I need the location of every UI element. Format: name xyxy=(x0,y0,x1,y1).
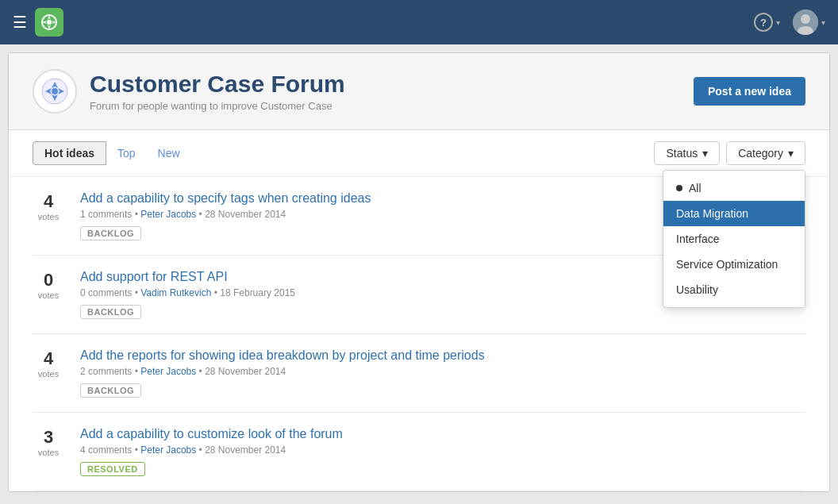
status-badge: BACKLOG xyxy=(80,383,141,398)
vote-label: votes xyxy=(33,290,64,300)
idea-row: 3 votes Add a capability to customize lo… xyxy=(33,413,805,491)
category-data-migration-label: Data Migration xyxy=(676,207,748,220)
status-badge: BACKLOG xyxy=(80,305,141,319)
vote-label: votes xyxy=(33,212,64,221)
category-interface-label: Interface xyxy=(676,233,719,245)
svg-point-3 xyxy=(801,14,810,24)
idea-author[interactable]: Peter Jacobs xyxy=(140,209,196,220)
forum-title-block: Customer Case Forum Forum for people wan… xyxy=(90,71,345,112)
comment-count: 0 comments xyxy=(80,287,132,298)
category-usability-label: Usability xyxy=(676,283,718,296)
svg-point-6 xyxy=(52,88,58,94)
idea-date: 28 November 2014 xyxy=(205,209,286,220)
vote-count: 0 xyxy=(33,270,64,290)
nav-right: ? ▾ ▾ xyxy=(754,10,825,35)
comment-count: 1 comments xyxy=(80,209,132,220)
post-new-idea-button[interactable]: Post a new idea xyxy=(694,77,805,106)
status-label: Status xyxy=(666,147,698,160)
filter-right: Status ▾ Category ▾ All Data Migration xyxy=(654,141,805,165)
help-caret-icon: ▾ xyxy=(776,18,780,27)
comment-count: 2 comments xyxy=(80,366,132,377)
category-all-label: All xyxy=(689,182,702,194)
idea-date: 28 November 2014 xyxy=(205,366,286,377)
vote-box: 4 votes xyxy=(33,348,64,379)
idea-meta: 2 comments • Peter Jacobs • 28 November … xyxy=(80,366,805,377)
vote-count: 4 xyxy=(33,191,64,212)
forum-title: Customer Case Forum xyxy=(90,71,345,98)
idea-content: Add the reports for showing idea breakdo… xyxy=(80,348,805,398)
idea-row: 4 votes Add the reports for showing idea… xyxy=(33,334,805,413)
forum-logo-icon xyxy=(33,69,77,113)
tab-hot-ideas[interactable]: Hot ideas xyxy=(33,141,106,165)
category-service-optimization-label: Service Optimization xyxy=(676,258,778,271)
forum-header: Customer Case Forum Forum for people wan… xyxy=(9,53,829,130)
vote-box: 3 votes xyxy=(33,427,64,457)
vote-count: 3 xyxy=(33,427,64,448)
status-badge: BACKLOG xyxy=(80,226,141,240)
comment-count: 4 comments xyxy=(80,444,132,456)
filter-tabs: Hot ideas Top New xyxy=(33,141,191,165)
idea-title[interactable]: Add support for REST API xyxy=(80,270,228,283)
category-item-service-optimization[interactable]: Service Optimization xyxy=(663,252,805,277)
status-caret-icon: ▾ xyxy=(702,147,708,160)
vote-box: 0 votes xyxy=(33,270,64,300)
category-item-usability[interactable]: Usability xyxy=(663,277,805,302)
category-dropdown-menu: All Data Migration Interface Service Opt… xyxy=(663,170,805,308)
top-navigation: ☰ ? ▾ ▾ xyxy=(0,0,838,44)
all-dot-icon xyxy=(676,185,682,191)
help-icon: ? xyxy=(754,13,773,32)
tab-top[interactable]: Top xyxy=(106,142,147,164)
filter-bar: Hot ideas Top New Status ▾ Category ▾ Al… xyxy=(9,130,829,177)
app-logo-icon[interactable] xyxy=(35,8,63,37)
svg-point-1 xyxy=(47,20,52,25)
hamburger-icon[interactable]: ☰ xyxy=(13,13,27,32)
idea-author[interactable]: Vadim Rutkevich xyxy=(140,287,211,298)
user-caret-icon: ▾ xyxy=(821,18,825,27)
category-caret-icon: ▾ xyxy=(788,147,794,160)
vote-box: 4 votes xyxy=(33,191,64,221)
idea-title[interactable]: Add a capability to customize look of th… xyxy=(80,427,343,441)
category-item-interface[interactable]: Interface xyxy=(663,226,805,252)
vote-label: votes xyxy=(33,448,64,457)
status-dropdown-button[interactable]: Status ▾ xyxy=(654,141,720,165)
nav-left: ☰ xyxy=(13,8,63,37)
category-label: Category xyxy=(738,147,783,160)
avatar xyxy=(793,10,818,35)
forum-subtitle: Forum for people wanting to improve Cust… xyxy=(90,100,345,112)
idea-date: 28 November 2014 xyxy=(205,444,286,456)
idea-content: Add a capability to customize look of th… xyxy=(80,427,805,476)
category-item-all[interactable]: All xyxy=(663,175,805,201)
status-badge: RESOLVED xyxy=(80,462,145,476)
idea-title[interactable]: Add a capability to specify tags when cr… xyxy=(80,191,371,205)
vote-count: 4 xyxy=(33,348,64,369)
idea-author[interactable]: Peter Jacobs xyxy=(140,444,196,456)
idea-date: 18 February 2015 xyxy=(220,287,295,298)
idea-meta: 4 comments • Peter Jacobs • 28 November … xyxy=(80,444,805,456)
tab-new[interactable]: New xyxy=(147,142,191,164)
main-panel: Customer Case Forum Forum for people wan… xyxy=(8,52,830,492)
idea-title[interactable]: Add the reports for showing idea breakdo… xyxy=(80,348,485,362)
idea-author[interactable]: Peter Jacobs xyxy=(140,366,196,377)
help-menu[interactable]: ? ▾ xyxy=(754,13,780,32)
forum-header-left: Customer Case Forum Forum for people wan… xyxy=(33,69,345,113)
user-menu[interactable]: ▾ xyxy=(793,10,825,35)
category-item-data-migration[interactable]: Data Migration xyxy=(663,201,805,226)
category-dropdown-button[interactable]: Category ▾ xyxy=(726,141,805,165)
vote-label: votes xyxy=(33,369,64,379)
category-dropdown-container: Category ▾ All Data Migration Interface xyxy=(726,141,805,165)
